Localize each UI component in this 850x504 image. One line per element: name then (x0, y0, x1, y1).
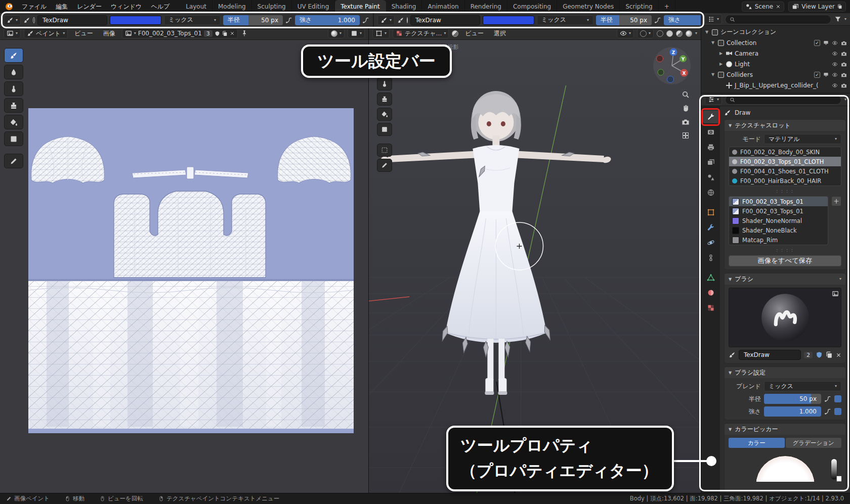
radius-pressure-icon[interactable] (654, 17, 661, 24)
brush-name-field[interactable]: TexDraw (37, 15, 107, 25)
filter-icon[interactable] (834, 16, 841, 23)
exclude-checkbox[interactable]: ✓ (814, 40, 820, 46)
panel-header[interactable]: ▼ テクスチャスロット (725, 120, 845, 131)
hide-eye-icon[interactable] (832, 40, 838, 46)
viewport-navigation-gizmo[interactable]: Z Y X (652, 46, 692, 85)
unlink-icon[interactable] (230, 31, 235, 36)
expand-arrow-icon[interactable]: ▼ (710, 72, 715, 77)
paint-tool-button[interactable] (377, 159, 392, 172)
unlink-icon[interactable] (836, 352, 841, 358)
paint-tool-button[interactable] (377, 77, 392, 90)
brush-preview[interactable] (729, 288, 841, 347)
outliner-row[interactable]: ▼ Collection ✓ (701, 37, 850, 48)
paint-tool-button[interactable] (377, 93, 392, 106)
texture-slot-row[interactable]: F00_000_HairBack_00_HAIR (729, 176, 841, 186)
image-overlay-dropdown[interactable]: ▾ (348, 28, 365, 38)
editor-type-button[interactable]: ▾ (705, 14, 722, 24)
grip-handle-icon[interactable] (729, 248, 841, 253)
properties-tab[interactable] (703, 171, 718, 184)
material-slot-row[interactable]: F00_002_03_Tops_01 (729, 206, 828, 216)
view-layer-selector[interactable]: View Layer (788, 2, 846, 12)
properties-tab[interactable] (703, 301, 718, 314)
material-slot-row[interactable]: Shader_NoneBlack (729, 225, 828, 235)
workspace-tab[interactable]: Shading (386, 0, 422, 13)
exclude-checkbox[interactable]: ✓ (814, 72, 820, 78)
properties-tab[interactable] (703, 125, 718, 139)
outliner-row[interactable]: ▶ Camera ✓ (701, 48, 850, 59)
expand-arrow-icon[interactable]: ▼ (710, 40, 715, 45)
paint-tool-button[interactable] (4, 81, 23, 96)
copy-icon[interactable] (837, 4, 842, 9)
duplicate-icon[interactable] (826, 351, 833, 358)
new-image-icon[interactable] (222, 31, 228, 36)
radius-pressure-icon[interactable] (824, 395, 831, 402)
editor-type-button[interactable]: ▾ (372, 28, 390, 38)
workspace-tab[interactable]: Compositing (507, 0, 557, 13)
paint-tool-button[interactable] (377, 123, 392, 136)
workspace-tab[interactable]: Geometry Nodes (557, 0, 620, 13)
blend-mode-dropdown[interactable]: ミックス▾ (764, 381, 841, 391)
brush-icon[interactable] (397, 17, 404, 24)
render-visibility-icon[interactable] (841, 61, 847, 67)
brush-color-swatch[interactable] (110, 16, 161, 25)
unified-radius-toggle[interactable] (834, 395, 841, 402)
strength-slider[interactable]: 強さ 1.000 (664, 15, 701, 25)
brush-name-field[interactable]: TexDraw (410, 15, 480, 25)
viewport-display-icon[interactable] (823, 72, 829, 77)
properties-tab[interactable] (703, 236, 718, 249)
paint-tool-button[interactable] (4, 48, 23, 63)
strength-pressure-icon[interactable] (824, 408, 831, 415)
material-slot-row[interactable]: Matcap_Rim (729, 235, 828, 245)
panel-header[interactable]: ▼ ブラシ ▾ (725, 273, 845, 285)
menubar-menu[interactable]: ヘルプ (146, 2, 174, 12)
workspace-tab[interactable]: Rendering (465, 0, 507, 13)
expand-arrow-icon[interactable]: ▶ (718, 62, 724, 66)
shading-wireframe-button[interactable] (657, 30, 663, 37)
workspace-tab[interactable]: + (659, 0, 675, 13)
workspace-tab[interactable]: Modeling (212, 0, 252, 13)
hide-eye-icon[interactable] (832, 82, 838, 88)
scene-selector[interactable]: Scene (742, 2, 785, 12)
slot-mode-dropdown[interactable]: マテリアル▾ (764, 134, 841, 144)
texture-slot-row[interactable]: F00_004_01_Shoes_01_CLOTH (729, 166, 841, 176)
material-slot-row[interactable]: F00_002_03_Tops_01 (729, 197, 828, 206)
viewport-canvas[interactable]: ユーザー・透視投影 (369, 40, 701, 493)
material-slot-row[interactable]: Shader_NoneNormal (729, 216, 828, 225)
visibility-dropdown[interactable]: ▾ (617, 28, 634, 38)
shading-material-button[interactable] (676, 30, 683, 37)
strength-slider[interactable]: 強さ 1.000 (295, 15, 360, 25)
hide-eye-icon[interactable] (832, 72, 838, 78)
panel-header[interactable]: ▼ カラーピッカー (725, 424, 845, 435)
close-icon[interactable] (776, 4, 781, 9)
zoom-button[interactable] (682, 90, 690, 99)
texture-slot-row[interactable]: F00_002_03_Tops_01_CLOTH (729, 157, 841, 166)
radius-slider[interactable]: 半径 50 px (596, 15, 652, 25)
render-visibility-icon[interactable] (841, 40, 847, 46)
properties-tab[interactable] (703, 141, 718, 154)
brush-users-badge[interactable]: 2 (804, 352, 813, 358)
workspace-tab[interactable]: UV Editing (292, 0, 335, 13)
paint-tool-button[interactable] (4, 98, 23, 113)
current-color-swatch[interactable] (836, 476, 841, 482)
image-name[interactable]: F00_002_03_Tops_01 (138, 30, 202, 37)
fake-user-shield-icon[interactable] (816, 351, 823, 358)
outliner-row[interactable]: J_Bip_L_UpperLeg_collider_( ✓ (701, 80, 850, 90)
camera-view-button[interactable] (682, 118, 690, 126)
paint-tool-button[interactable] (4, 131, 23, 146)
unified-strength-toggle[interactable] (834, 408, 841, 415)
render-visibility-icon[interactable] (841, 72, 847, 78)
editor-type-button[interactable]: ▾ (4, 28, 21, 38)
brush-icon[interactable] (23, 17, 30, 24)
menubar-menu[interactable]: ファイル (17, 2, 51, 12)
paint-tool-button[interactable] (377, 108, 392, 121)
paint-tool-button[interactable] (4, 115, 23, 129)
pin-icon[interactable] (241, 30, 248, 37)
expand-arrow-icon[interactable]: ▶ (718, 51, 724, 56)
properties-tab[interactable] (703, 251, 718, 264)
menu-view[interactable]: ビュー (71, 28, 97, 39)
properties-tab[interactable] (703, 186, 718, 199)
menubar-menu[interactable]: 編集 (51, 2, 72, 12)
brush-color-swatch[interactable] (483, 16, 534, 25)
display-channels-dropdown[interactable]: ▾ (328, 28, 345, 38)
hide-eye-icon[interactable] (832, 51, 838, 57)
